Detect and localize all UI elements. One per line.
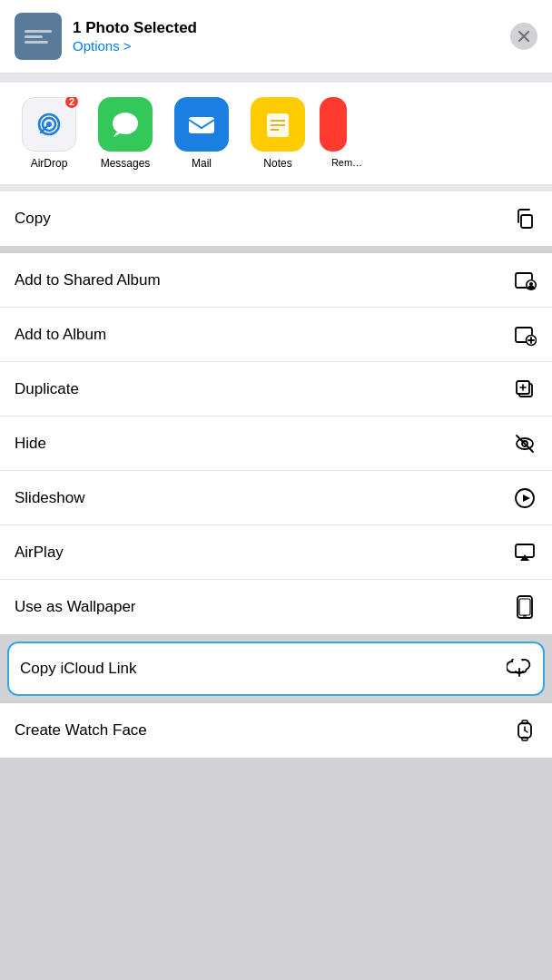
messages-app-icon: [98, 97, 153, 152]
wallpaper-icon: [512, 594, 537, 620]
app-messages[interactable]: Messages: [91, 97, 160, 170]
mail-app-icon: [174, 97, 229, 152]
svg-rect-9: [521, 215, 532, 228]
photo-thumbnail: [15, 13, 62, 60]
apps-row: 2 AirDrop Messages: [15, 97, 552, 170]
copy-menu-item[interactable]: Copy: [0, 191, 552, 246]
photo-count-title: 1 Photo Selected: [73, 19, 499, 37]
messages-svg: [109, 108, 142, 141]
airdrop-svg: [32, 107, 66, 142]
svg-marker-26: [523, 495, 530, 502]
svg-line-37: [525, 730, 527, 732]
header-text: 1 Photo Selected Options >: [73, 19, 499, 53]
notes-app-icon: [251, 97, 305, 152]
main-menu-section: Add to Shared Album Add to Album Duplica…: [0, 253, 552, 634]
svg-point-3: [113, 113, 138, 134]
icloud-link-section: Copy iCloud Link: [0, 642, 552, 696]
slideshow-label: Slideshow: [15, 489, 85, 507]
duplicate-item[interactable]: Duplicate: [0, 362, 552, 416]
add-album-label: Add to Album: [15, 326, 106, 344]
copy-section: Copy: [0, 191, 552, 246]
duplicate-label: Duplicate: [15, 380, 79, 398]
separator-2: [0, 184, 552, 191]
watch-face-label: Create Watch Face: [15, 721, 147, 740]
airplay-item[interactable]: AirPlay: [0, 525, 552, 580]
airdrop-badge: 2: [64, 97, 80, 110]
add-album-item[interactable]: Add to Album: [0, 308, 552, 362]
reminders-icon-wrapper: [320, 97, 374, 152]
shared-album-icon: [512, 268, 537, 293]
watch-face-icon: [512, 718, 537, 743]
app-airdrop[interactable]: 2 AirDrop: [15, 97, 84, 170]
apps-section: 2 AirDrop Messages: [0, 83, 552, 184]
add-shared-album-label: Add to Shared Album: [15, 271, 161, 289]
notes-label: Notes: [263, 157, 291, 170]
slideshow-icon: [512, 485, 537, 511]
hide-label: Hide: [15, 435, 46, 453]
add-shared-album-item[interactable]: Add to Shared Album: [0, 253, 552, 308]
share-sheet-header: 1 Photo Selected Options >: [0, 0, 552, 74]
messages-icon-wrapper: [98, 97, 153, 152]
svg-rect-31: [523, 615, 527, 617]
add-album-icon: [512, 322, 537, 348]
watch-face-section: Create Watch Face: [0, 703, 552, 758]
options-link[interactable]: Options >: [73, 38, 499, 54]
app-mail[interactable]: Mail: [167, 97, 236, 170]
reminders-label: Rem…: [331, 157, 362, 168]
mail-icon-wrapper: [174, 97, 229, 152]
icloud-link-item[interactable]: Copy iCloud Link: [7, 642, 545, 696]
svg-point-13: [529, 282, 533, 286]
app-reminders[interactable]: Rem…: [320, 97, 374, 170]
close-icon: [518, 31, 529, 42]
close-button[interactable]: [510, 23, 537, 50]
svg-rect-4: [189, 117, 214, 133]
svg-rect-30: [519, 599, 530, 615]
mail-svg: [184, 107, 219, 142]
app-notes[interactable]: Notes: [243, 97, 312, 170]
copy-label: Copy: [15, 210, 51, 228]
airplay-icon: [512, 540, 537, 565]
messages-label: Messages: [101, 157, 151, 170]
duplicate-icon: [512, 377, 537, 402]
hide-icon: [512, 431, 537, 456]
svg-rect-35: [522, 738, 527, 741]
reminders-app-icon: [320, 97, 347, 152]
svg-rect-34: [522, 720, 527, 724]
airplay-label: AirPlay: [15, 544, 64, 562]
wallpaper-label: Use as Wallpaper: [15, 598, 136, 616]
airdrop-label: AirDrop: [31, 157, 68, 170]
watch-face-item[interactable]: Create Watch Face: [0, 703, 552, 758]
notes-icon-wrapper: [251, 97, 305, 152]
mail-label: Mail: [192, 157, 212, 170]
airdrop-icon-wrapper: 2: [22, 97, 76, 152]
slideshow-item[interactable]: Slideshow: [0, 471, 552, 525]
hide-item[interactable]: Hide: [0, 416, 552, 471]
icloud-link-label: Copy iCloud Link: [20, 660, 137, 678]
wallpaper-item[interactable]: Use as Wallpaper: [0, 580, 552, 634]
icloud-link-icon: [507, 656, 532, 681]
copy-icon: [512, 206, 537, 231]
notes-svg: [261, 107, 295, 142]
separator-1: [0, 74, 552, 83]
